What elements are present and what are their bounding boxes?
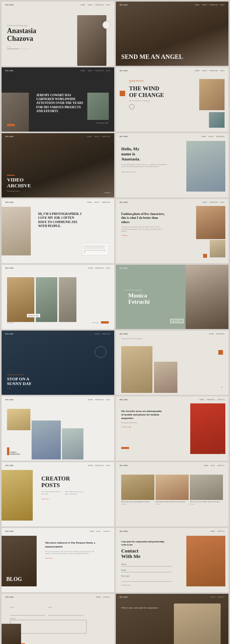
- logo-1: BXABL: [5, 4, 14, 6]
- nav-bar-18: BXABL HOME CONTACT: [116, 530, 228, 532]
- card16-caption-1: My favorite areas are photography of mod…: [121, 501, 154, 503]
- card12-accent: [218, 350, 223, 355]
- nav-bar-3: BXABL HOME ABOUT PORTFOLIO BLOG: [2, 70, 114, 72]
- logo-12: BXABL: [120, 333, 128, 335]
- card18-name-field[interactable]: [121, 562, 172, 567]
- card9-label-tag: Nicole Lifestyle: [27, 314, 40, 317]
- card-jeremy: BXABL HOME ABOUT PORTFOLIO BLOG JEREMY C…: [2, 67, 114, 132]
- card7-quote: It is good at my work, it gives me a lot…: [81, 243, 109, 255]
- card-cooperation: BXABL HOME CONTACT Write to me, I am ope…: [116, 594, 228, 644]
- card-monica: BXABL HOME PORTFOLIO BLOG Personal Photo…: [116, 265, 228, 329]
- card10-btn[interactable]: More Work >: [170, 319, 184, 323]
- nav-links-12: HOME PORTFOLIO: [209, 333, 225, 335]
- card18-photo: [186, 536, 225, 586]
- card16-post-3: The Look for Less: Jennifer Aniston's Sm…: [190, 475, 223, 505]
- nav-links-20: HOME CONTACT: [211, 596, 225, 598]
- card16-caption-3: The Look for Less: Jennifer Aniston's Sm…: [190, 501, 223, 503]
- card17-blog-label: BLOG: [6, 576, 22, 582]
- logo-4: BXABL: [120, 70, 128, 72]
- card19-name-group: Name: [10, 606, 45, 616]
- nav-bar-7: BXABL HOME ABOUT PORTFOLIO: [2, 201, 114, 203]
- card8-photo2: [210, 240, 225, 257]
- card6-title: Hello, Myname isAnastasia.: [121, 146, 170, 162]
- card19-email-field[interactable]: [48, 611, 83, 616]
- logo-6: BXABL: [120, 135, 128, 137]
- card-sunny-day: BXABL HOME PORTFOLIO UNIQUE AND CUSTOM S…: [2, 331, 114, 395]
- card14-sub: Photography and Fashion: [121, 422, 164, 424]
- card3-accent: [7, 124, 15, 126]
- nav-links-14: HOME PORTFOLIO CONTACT: [200, 399, 225, 401]
- card-nicole-lifestyle: BXABL HOME PORTFOLIO BLOG Nicole Lifesty…: [2, 265, 114, 329]
- card13-photo-b: [32, 421, 61, 459]
- nav-bar-17: BXABL HOME BLOG CONTACT: [2, 530, 114, 532]
- logo-13: BXABL: [5, 399, 14, 401]
- card14-plus[interactable]: +: [221, 451, 223, 455]
- card12-plus-btn[interactable]: +: [221, 385, 223, 389]
- card3-photo-right: [87, 93, 109, 120]
- card16-date-1: 14 January: [121, 503, 154, 505]
- nav-links-19: HOME CONTACT: [96, 596, 110, 598]
- card19-name-field[interactable]: [10, 611, 45, 616]
- card19-photo: [2, 624, 21, 644]
- card4-circle-btn[interactable]: ›: [129, 104, 134, 109]
- logo-3: BXABL: [5, 70, 14, 72]
- card11-page: 1 / 3: [7, 387, 32, 389]
- logo-16: BXABL: [120, 465, 128, 466]
- logo-8: BXABL: [120, 201, 128, 203]
- nav-links-15: HOME PORTFOLIO BLOG: [88, 465, 110, 466]
- nav-links-11: HOME PORTFOLIO: [95, 333, 110, 335]
- card5-title: VIDEOARCHIVE: [7, 177, 31, 188]
- card-contact-form: BXABL HOME CONTACT Name Email Message: [2, 594, 114, 644]
- card10-photo: [186, 265, 228, 329]
- nav-links-13: HOME PORTFOLIO BLOG: [88, 399, 110, 401]
- nav-links-4: HOME ABOUT PORTFOLIO BLOG: [195, 70, 225, 72]
- card5-content: VIDEOARCHIVE Photography and art: [7, 175, 31, 192]
- card19-form: Name Email Message: [10, 606, 109, 635]
- card5-ig: instagram: [104, 192, 110, 194]
- nav-bar-19: BXABL HOME CONTACT: [2, 596, 114, 598]
- nav-bar-14: BXABL HOME PORTFOLIO CONTACT: [116, 399, 228, 401]
- card11-title: STOP ON ASUNNY DAY: [7, 377, 32, 386]
- card9-photo-c: [59, 277, 76, 322]
- card-creator-posts: BXABL HOME PORTFOLIO BLOG CREATORPOSTS H…: [2, 462, 114, 526]
- nav-bar-12: BXABL HOME PORTFOLIO: [116, 333, 228, 335]
- card19-email-group: Email: [48, 606, 83, 616]
- nav-links-3: HOME ABOUT PORTFOLIO BLOG: [81, 70, 110, 72]
- nav-bar-1: BXABL HOME ABOUT PORTFOLIO BLOG: [2, 4, 114, 6]
- card15-link[interactable]: Other Posts >: [41, 498, 109, 500]
- card20-body: Write to me, I am open for cooperation: [121, 606, 168, 609]
- card-unique-photo: BXABL HOME PORTFOLIO Unique and Custom P…: [116, 331, 228, 395]
- card19-message-field[interactable]: [10, 620, 87, 633]
- card13-photo-c: [62, 428, 83, 459]
- card8-body: As long as I can remember, I always want…: [121, 226, 164, 232]
- logo-15: BXABL: [5, 465, 14, 466]
- card-send-angel: BXABL HOME ABOUT PORTFOLIO BLOG SEND ME …: [116, 2, 228, 66]
- card16-img-3: [190, 475, 223, 500]
- main-grid: BXABL HOME ABOUT PORTFOLIO BLOG Professi…: [0, 0, 230, 644]
- nav-links-7: HOME ABOUT PORTFOLIO: [87, 201, 110, 203]
- card13-photos: [7, 409, 109, 459]
- card9-label-right: Beach girl: [92, 322, 99, 324]
- card12-photo-main: [121, 346, 152, 393]
- card-contact-me: BXABL HOME CONTACT I am open for coopera…: [116, 528, 228, 592]
- card12-photo-side: [154, 362, 177, 393]
- card-favorite-areas: BXABL HOME PORTFOLIO CONTACT My favorite…: [116, 396, 228, 461]
- card9-label-left: Beach girl: [7, 322, 14, 324]
- card19-row1: Name Email: [10, 606, 109, 616]
- card15-descs: How to find inspiration and see best res…: [41, 491, 109, 495]
- card4-photo2: [209, 112, 225, 128]
- card10-title: MonicaFetruchi: [128, 292, 150, 305]
- card8-accent: [203, 254, 207, 258]
- card18-email-field[interactable]: [121, 568, 172, 572]
- card-fashion-photo: BXABL HOME PORTFOLIO BLOG Fashion photo …: [116, 199, 228, 263]
- card-anastasia: BXABL HOME ABOUT PORTFOLIO BLOG Professi…: [2, 2, 114, 66]
- nav-bar-20: BXABL HOME CONTACT: [116, 596, 228, 598]
- card11-label: UNIQUE AND CUSTOM: [7, 374, 32, 376]
- card18-message-field[interactable]: [121, 574, 172, 582]
- card5-sub: Photography and art: [7, 190, 31, 192]
- logo-17: BXABL: [5, 530, 14, 532]
- card17-link[interactable]: Read More >: [45, 557, 53, 559]
- card-video-archive: BXABL HOME ABOUT PORTFOLIO VIDEOARCHIVE …: [2, 133, 114, 197]
- card7-photo: [2, 207, 31, 255]
- logo-18: BXABL: [120, 530, 128, 532]
